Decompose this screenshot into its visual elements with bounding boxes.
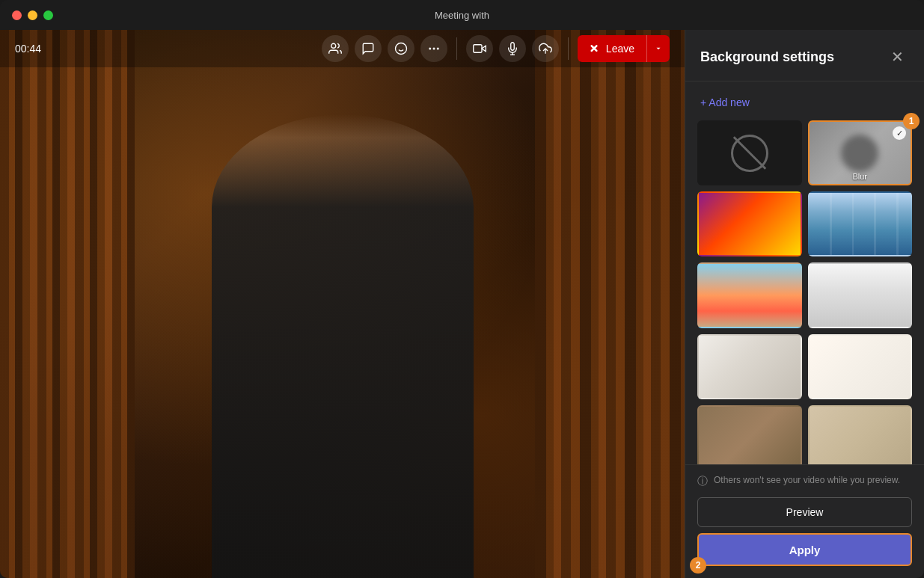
background-grid: 1 Blur ✓ [697, 120, 912, 464]
sunset-wrapper [697, 262, 802, 328]
panel-footer: ⓘ Others won't see your video while you … [685, 464, 924, 578]
background-item-bright-room[interactable] [808, 334, 913, 399]
partial1-wrapper [697, 405, 802, 464]
main-layout: 00:44 [0, 30, 924, 578]
svg-point-0 [331, 43, 336, 48]
blur-circle [841, 135, 878, 172]
background-item-modern-office[interactable] [808, 262, 913, 328]
background-settings-panel: Background settings ✕ + Add new 1 [685, 30, 924, 578]
apply-badge: 2 [690, 557, 706, 574]
background-item-partial1[interactable] [697, 405, 802, 464]
meeting-timer: 00:44 [15, 43, 41, 55]
titlebar: Meeting with [0, 0, 924, 30]
apply-label: Apply [789, 544, 821, 556]
bright-room-wrapper [808, 334, 913, 399]
add-new-button[interactable]: + Add new [697, 90, 753, 114]
blur-label: Blur [852, 172, 867, 181]
none-icon [731, 135, 768, 172]
bookshelf-left [0, 30, 135, 578]
hallway-wrapper [808, 191, 913, 256]
apply-button-wrapper: 2 Apply [697, 533, 912, 566]
panel-content: + Add new 1 Blur ✓ [685, 82, 924, 464]
svg-point-5 [432, 48, 435, 50]
person-video [212, 114, 474, 578]
background-item-partial2[interactable] [808, 405, 913, 464]
camera-button[interactable] [466, 35, 493, 62]
close-panel-button[interactable]: ✕ [885, 45, 909, 69]
chat-button[interactable] [355, 35, 382, 62]
blur-badge: 1 [903, 113, 920, 129]
divider [456, 37, 457, 60]
svg-point-1 [395, 43, 406, 55]
leave-arrow[interactable] [646, 35, 670, 62]
background-item-hallway[interactable] [808, 191, 913, 256]
interior1-wrapper [697, 334, 802, 399]
background-item-blur[interactable]: Blur ✓ [808, 120, 913, 185]
panel-title: Background settings [700, 49, 834, 65]
add-new-label: + Add new [700, 96, 750, 108]
background-item-interior1[interactable] [697, 334, 802, 399]
people-button[interactable] [322, 35, 349, 62]
background-item-colorful[interactable] [697, 191, 802, 256]
leave-button[interactable]: Leave [578, 35, 670, 62]
none-wrapper [697, 120, 802, 185]
meeting-topbar: 00:44 [0, 30, 685, 67]
maximize-window-button[interactable] [43, 10, 53, 20]
video-area: 00:44 [0, 30, 685, 578]
background-item-sunset[interactable] [697, 262, 802, 328]
mic-button[interactable] [499, 35, 526, 62]
selected-checkmark: ✓ [893, 126, 906, 140]
preview-label: Preview [786, 506, 824, 518]
share-button[interactable] [532, 35, 559, 62]
svg-point-4 [429, 48, 431, 50]
modern-office-wrapper [808, 262, 913, 328]
reactions-button[interactable] [388, 35, 414, 62]
notice: ⓘ Others won't see your video while you … [697, 474, 912, 488]
blur-wrapper: 1 Blur ✓ [808, 120, 913, 185]
preview-button[interactable]: Preview [697, 497, 912, 527]
minimize-window-button[interactable] [28, 10, 37, 20]
traffic-lights [12, 10, 53, 20]
apply-button[interactable]: Apply [697, 533, 912, 566]
svg-rect-7 [474, 45, 482, 53]
divider2 [568, 37, 569, 60]
more-button[interactable] [420, 35, 447, 62]
top-controls: Leave [322, 35, 670, 62]
bookshelf-right [535, 30, 685, 578]
close-window-button[interactable] [12, 10, 22, 20]
notice-text: Others won't see your video while you pr… [714, 474, 900, 487]
window-title: Meeting with [435, 10, 489, 21]
leave-label: Leave [606, 43, 634, 55]
colorful-wrapper [697, 191, 802, 256]
svg-point-6 [437, 48, 439, 50]
info-icon: ⓘ [697, 475, 708, 488]
background-item-none[interactable] [697, 120, 802, 185]
partial2-wrapper [808, 405, 913, 464]
panel-header: Background settings ✕ [685, 30, 924, 82]
leave-main: Leave [578, 35, 646, 62]
